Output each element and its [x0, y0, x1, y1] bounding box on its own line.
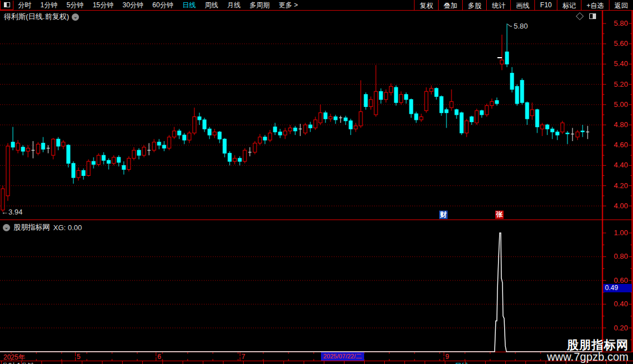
divider — [304, 361, 304, 364]
divider — [344, 361, 345, 364]
clipped-text: 分时 1分钟 — [2, 361, 34, 364]
price-label: 4.80 — [614, 120, 628, 129]
event-badge-finance[interactable]: 财 — [439, 211, 448, 219]
tab-period-1[interactable]: 1分钟 — [36, 1, 62, 10]
divider — [223, 361, 224, 364]
indicator-name: 股朋指标网 — [13, 222, 50, 232]
price-label: 4.60 — [614, 141, 628, 149]
chart-title: 得利斯(日线.前复权) — [4, 12, 69, 22]
chart-corner-icons — [577, 13, 596, 19]
kline-chart-canvas[interactable]: 5.805.605.405.205.004.804.604.404.204.00… — [0, 0, 633, 364]
divider — [1, 361, 2, 364]
price-label: 5.80 — [614, 19, 628, 27]
right-menu: 复权叠加多股统计画线F10标记+自选返回 — [414, 0, 633, 10]
divider — [162, 361, 163, 364]
tab-period-6[interactable]: 日线 — [178, 1, 200, 10]
divider — [283, 361, 284, 364]
chevron-down-icon[interactable]: ⌄ — [3, 224, 10, 231]
divider — [384, 361, 385, 364]
divider — [82, 361, 82, 364]
period-tabs: 分时1分钟5分钟15分钟30分钟60分钟日线周线月线多周期更多 > — [13, 1, 414, 10]
divider — [122, 361, 123, 364]
menu-2[interactable]: 多股 — [462, 0, 486, 10]
diamond-icon[interactable] — [576, 12, 584, 20]
divider — [425, 361, 425, 364]
x-axis-label-3: 7 — [241, 353, 245, 361]
menu-1[interactable]: 叠加 — [438, 0, 462, 10]
divider — [546, 361, 546, 364]
watermark-url: www.7gpzb.com — [547, 351, 629, 363]
price-label: 5.60 — [614, 39, 628, 48]
divider — [263, 361, 264, 364]
menu-5[interactable]: F10 — [534, 0, 557, 10]
divider — [142, 361, 143, 364]
watermark: 股朋指标网 www.7gpzb.com — [547, 339, 629, 363]
tab-period-10[interactable]: 更多 > — [274, 1, 302, 10]
bottom-toolbar-clipped: 分时 1分钟 日线 — [0, 361, 633, 364]
chevron-down-icon[interactable]: ⌄ — [72, 13, 79, 21]
divider — [183, 361, 183, 364]
menu-3[interactable]: 统计 — [486, 0, 510, 10]
tab-period-4[interactable]: 30分钟 — [118, 1, 148, 10]
indicator-axis-label: 1.00 — [614, 228, 628, 237]
price-label: 4.20 — [614, 181, 628, 190]
annotation-high: 5.80 — [514, 22, 528, 30]
menu-4[interactable]: 画线 — [510, 0, 534, 10]
price-label: 4.40 — [614, 161, 628, 169]
divider — [485, 361, 486, 364]
indicator-value: XG: 0.00 — [53, 223, 82, 232]
tab-period-5[interactable]: 60分钟 — [148, 1, 178, 10]
xg-indicator-line — [0, 233, 602, 352]
divider — [41, 361, 42, 364]
panel-layout-icon[interactable] — [589, 13, 596, 19]
watermark-site-name: 股朋指标网 — [547, 339, 629, 351]
divider — [465, 361, 466, 364]
price-label: 4.00 — [614, 202, 628, 210]
clipped-text: 日线 — [455, 361, 468, 364]
indicator-header: ⌄ 股朋指标网 XG: 0.00 — [3, 222, 82, 232]
layout-toggle-button[interactable] — [0, 1, 13, 10]
divider — [243, 361, 244, 364]
tab-period-0[interactable]: 分时 — [13, 1, 36, 10]
top-toolbar: 分时1分钟5分钟15分钟30分钟60分钟日线周线月线多周期更多 > 复权叠加多股… — [0, 0, 633, 11]
divider — [364, 361, 365, 364]
divider — [203, 361, 203, 364]
indicator-current-value-box: 0.49 — [603, 284, 632, 292]
divider — [62, 361, 62, 364]
highlighted-date[interactable]: 2025/07/22/二 — [321, 352, 364, 361]
indicator-axis-label: 0.80 — [614, 252, 628, 260]
price-label: 5.00 — [614, 100, 628, 109]
menu-0[interactable]: 复权 — [414, 0, 438, 10]
tab-period-8[interactable]: 月线 — [222, 1, 245, 10]
divider — [324, 361, 324, 364]
divider — [102, 361, 103, 364]
chart-title-row: 得利斯(日线.前复权) ⌄ — [4, 12, 79, 22]
event-badge-zhang[interactable]: 张 — [495, 211, 504, 219]
divider — [445, 361, 445, 364]
candlestick-series — [1, 24, 589, 212]
indicator-axis-label: 0.60 — [614, 276, 628, 284]
indicator-axis-label: 0.40 — [614, 300, 628, 308]
price-label: 5.40 — [614, 59, 628, 68]
tab-period-3[interactable]: 15分钟 — [88, 1, 118, 10]
x-axis-label-1: 5 — [77, 353, 81, 361]
layout-icon — [4, 2, 10, 7]
menu-8[interactable]: 返回 — [609, 0, 633, 10]
menu-7[interactable]: +自选 — [581, 0, 609, 10]
x-axis-label-2: 6 — [157, 353, 161, 361]
divider — [525, 361, 526, 364]
stock-app-window: { "toolbar": { "periods": ["分时","1分钟","5… — [0, 0, 633, 364]
divider — [21, 361, 22, 364]
tab-period-9[interactable]: 多周期 — [245, 1, 274, 10]
price-label: 5.20 — [614, 80, 628, 88]
tab-period-7[interactable]: 周线 — [200, 1, 222, 10]
tab-period-2[interactable]: 5分钟 — [62, 1, 89, 10]
x-axis-label-4: 9 — [445, 353, 449, 361]
divider — [505, 361, 506, 364]
divider — [404, 361, 405, 364]
annotation-low: ←3.94 — [1, 208, 22, 216]
indicator-axis-label: 0.20 — [614, 324, 628, 332]
menu-6[interactable]: 标记 — [557, 0, 581, 10]
